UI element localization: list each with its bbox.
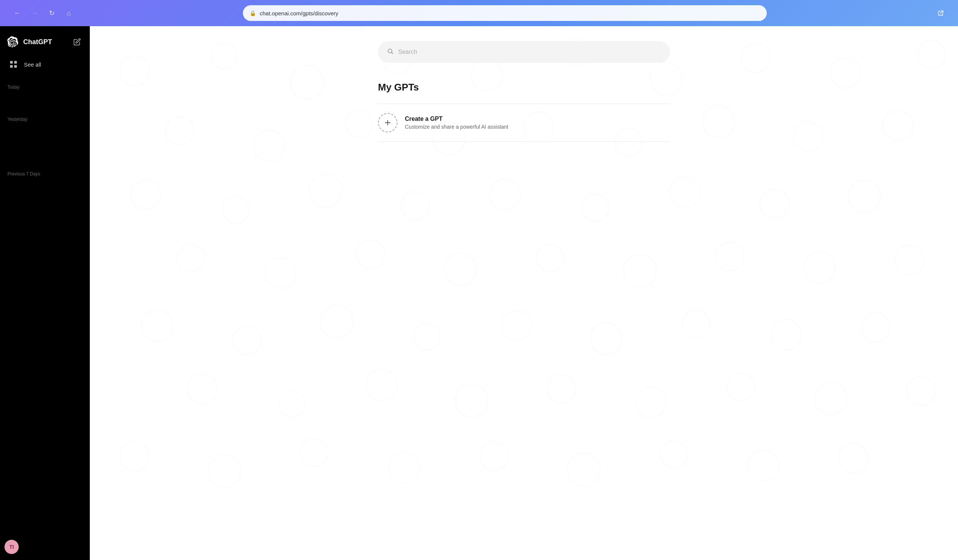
sidebar-item-see-all[interactable]: See all (5, 55, 85, 74)
svg-point-54 (547, 375, 576, 403)
svg-point-52 (366, 370, 397, 401)
svg-point-64 (567, 453, 600, 486)
svg-point-60 (208, 455, 241, 487)
svg-rect-0 (10, 61, 13, 63)
svg-point-41 (141, 310, 173, 341)
svg-point-62 (389, 452, 419, 483)
svg-point-44 (413, 323, 440, 350)
section-previous-7-days: Previous 7 Days (5, 170, 85, 178)
svg-point-4 (120, 56, 150, 86)
svg-point-13 (918, 40, 946, 68)
svg-point-24 (222, 196, 249, 223)
svg-point-43 (320, 305, 353, 338)
url-text: chat.openai.com/gpts/discovery (260, 10, 760, 16)
svg-point-65 (660, 441, 687, 468)
create-gpt-title: Create a GPT (405, 115, 508, 122)
svg-point-42 (233, 326, 261, 354)
external-link-button[interactable] (935, 7, 947, 19)
main-content: My GPTs Create a GPT Customize and share… (90, 26, 958, 560)
section-today: Today (5, 83, 85, 91)
svg-point-56 (727, 373, 755, 401)
svg-point-33 (265, 258, 296, 288)
svg-point-14 (165, 117, 194, 145)
svg-point-53 (455, 384, 488, 417)
svg-point-5 (211, 43, 238, 69)
svg-point-35 (444, 253, 476, 285)
svg-point-50 (187, 374, 217, 404)
svg-point-28 (581, 194, 609, 221)
back-button[interactable]: ← (11, 7, 23, 19)
svg-rect-2 (10, 65, 13, 68)
avatar[interactable]: TI (5, 540, 19, 554)
svg-point-63 (480, 442, 508, 471)
svg-point-55 (636, 387, 666, 418)
svg-point-29 (669, 177, 700, 208)
svg-point-46 (590, 323, 622, 354)
app-container: ChatGPT See all Today (0, 26, 958, 560)
svg-point-49 (861, 313, 890, 342)
external-link-icon (937, 9, 945, 17)
create-gpt-text: Create a GPT Customize and share a power… (405, 115, 508, 130)
grid-icon (8, 59, 19, 70)
svg-point-32 (177, 244, 205, 272)
svg-point-51 (278, 391, 305, 418)
svg-point-25 (309, 174, 342, 207)
svg-point-57 (815, 382, 847, 414)
create-gpt-card[interactable]: Create a GPT Customize and share a power… (378, 104, 670, 142)
svg-point-59 (120, 442, 149, 471)
svg-point-37 (623, 255, 657, 288)
address-bar[interactable]: 🔒 chat.openai.com/gpts/discovery (243, 5, 767, 21)
svg-point-30 (760, 189, 789, 218)
svg-rect-1 (14, 61, 17, 63)
chatgpt-logo-area: ChatGPT (6, 35, 52, 49)
svg-point-45 (501, 310, 531, 340)
create-icon-circle (378, 113, 397, 133)
search-bar (378, 41, 670, 63)
browser-chrome: ← → ↻ ⌂ 🔒 chat.openai.com/gpts/discovery (0, 0, 958, 26)
home-button[interactable]: ⌂ (63, 7, 75, 19)
search-input[interactable] (398, 49, 661, 55)
openai-logo (6, 35, 19, 49)
svg-point-39 (804, 252, 835, 283)
sidebar-title: ChatGPT (23, 38, 52, 46)
svg-point-66 (748, 450, 779, 481)
my-gpts-title: My GPTs (378, 82, 670, 93)
svg-point-26 (401, 191, 430, 220)
svg-point-58 (906, 376, 935, 405)
new-chat-button[interactable] (70, 35, 84, 49)
svg-point-34 (356, 240, 385, 269)
sidebar-footer: TI (5, 540, 85, 554)
content-area: My GPTs Create a GPT Customize and share… (281, 26, 767, 157)
svg-point-27 (490, 179, 521, 210)
svg-point-47 (682, 310, 710, 337)
browser-nav-buttons: ← → ↻ ⌂ (11, 7, 75, 19)
svg-point-38 (715, 242, 744, 271)
section-yesterday: Yesterday (5, 115, 85, 123)
svg-point-31 (849, 180, 880, 212)
search-icon (387, 48, 394, 57)
svg-point-22 (883, 110, 914, 141)
svg-point-12 (830, 58, 861, 88)
svg-point-40 (895, 245, 924, 275)
svg-rect-3 (14, 65, 17, 68)
svg-point-48 (771, 320, 801, 350)
create-gpt-subtitle: Customize and share a powerful AI assist… (405, 124, 508, 130)
see-all-label: See all (24, 61, 41, 68)
svg-point-21 (794, 122, 823, 151)
refresh-button[interactable]: ↻ (46, 7, 58, 19)
forward-button[interactable]: → (29, 7, 40, 19)
sidebar-header: ChatGPT (5, 32, 85, 52)
svg-point-61 (300, 439, 328, 467)
svg-point-67 (838, 443, 868, 473)
lock-icon: 🔒 (250, 10, 256, 16)
my-gpts-section: My GPTs Create a GPT Customize and share… (378, 82, 670, 142)
search-container (378, 41, 670, 63)
svg-point-23 (131, 180, 161, 209)
svg-point-36 (537, 245, 563, 272)
sidebar: ChatGPT See all Today (0, 26, 90, 560)
